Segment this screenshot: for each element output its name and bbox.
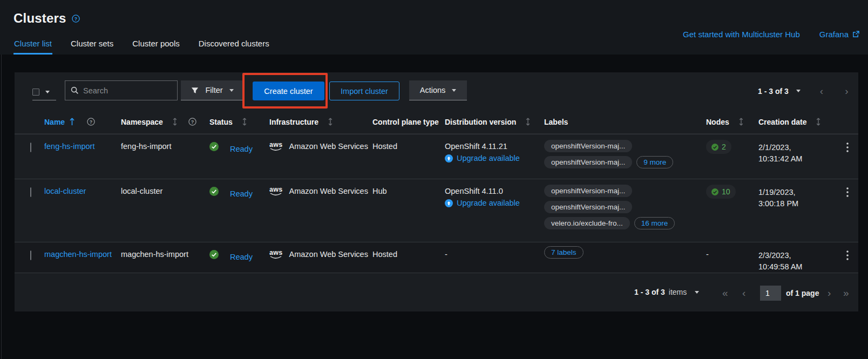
header-actions xyxy=(837,111,858,133)
header-status[interactable]: Status xyxy=(209,111,269,133)
sort-icon xyxy=(526,118,530,126)
aws-logo-icon: aws xyxy=(269,141,283,151)
last-page-button[interactable]: » xyxy=(843,288,849,298)
row-checkbox[interactable] xyxy=(30,187,31,197)
nodes-cell: - xyxy=(706,242,758,273)
chevron-down-icon xyxy=(695,291,699,294)
previous-page-button[interactable]: ‹ xyxy=(742,288,745,298)
grafana-link-label: Grafana xyxy=(819,30,849,39)
aws-logo-icon: aws xyxy=(269,186,283,196)
sort-ascending-icon xyxy=(70,118,74,126)
labels-overflow-button[interactable]: 16 more xyxy=(634,217,675,229)
svg-text:?: ? xyxy=(74,16,77,21)
grafana-link[interactable]: Grafana xyxy=(819,30,859,39)
top-pagination: 1 - 3 of 3 ‹ › xyxy=(758,86,848,96)
create-cluster-button[interactable]: Create cluster xyxy=(253,82,324,100)
status-cell: Ready xyxy=(209,179,269,242)
bulk-select-checkbox[interactable] xyxy=(32,89,39,96)
control-plane-cell: Hub xyxy=(372,179,445,242)
labels-cell: 7 labels xyxy=(544,242,706,273)
node-count: 10 xyxy=(722,187,730,196)
header-links: Get started with Multicluster Hub Grafan… xyxy=(683,30,859,39)
pagination-range: 1 - 3 of 3 xyxy=(758,87,789,96)
check-circle-icon xyxy=(209,187,219,196)
upgrade-available-link[interactable]: Upgrade available xyxy=(445,154,544,162)
first-page-button[interactable]: « xyxy=(722,288,728,298)
next-page-button[interactable]: › xyxy=(828,288,831,298)
search-icon xyxy=(71,86,79,94)
get-started-link[interactable]: Get started with Multicluster Hub xyxy=(683,30,800,39)
arrow-circle-up-icon xyxy=(445,199,453,207)
distribution-cell: OpenShift 4.11.21 Upgrade available xyxy=(445,134,544,179)
bulk-select-toggle[interactable] xyxy=(32,84,56,100)
filter-icon xyxy=(191,87,199,94)
kebab-menu-button[interactable] xyxy=(837,134,858,179)
bottom-pagination: 1 - 3 of 3 items « ‹ of 1 page › » xyxy=(15,273,858,311)
status-cell: Ready xyxy=(209,242,269,273)
header-infrastructure[interactable]: Infrastructure xyxy=(269,111,372,133)
node-count: 2 xyxy=(722,143,726,151)
row-checkbox[interactable] xyxy=(30,143,31,152)
header-namespace[interactable]: Namespace ? xyxy=(121,111,209,133)
cluster-name-link[interactable]: magchen-hs-import xyxy=(44,250,112,259)
distribution-version: OpenShift 4.11.0 xyxy=(445,187,544,195)
tab-cluster-sets[interactable]: Cluster sets xyxy=(70,37,114,55)
header-control-plane-type: Control plane type xyxy=(372,111,445,133)
tab-cluster-pools[interactable]: Cluster pools xyxy=(132,37,180,55)
infrastructure-label: Amazon Web Services xyxy=(289,187,368,195)
distribution-cell: OpenShift 4.11.0 Upgrade available xyxy=(445,179,544,242)
status-cell: Ready xyxy=(209,134,269,179)
next-page-button[interactable]: › xyxy=(845,86,848,96)
cluster-name-link[interactable]: feng-hs-import xyxy=(44,142,94,151)
kebab-menu-button[interactable] xyxy=(837,242,858,273)
status-link[interactable]: Ready xyxy=(230,253,253,261)
table-header-row: Name ? Namespace ? Status xyxy=(15,111,858,134)
table-row: feng-hs-import feng-hs-import Ready aws … xyxy=(15,134,858,179)
name-help-icon[interactable]: ? xyxy=(87,118,95,126)
check-circle-icon xyxy=(711,188,718,195)
tab-discovered-clusters[interactable]: Discovered clusters xyxy=(198,37,270,55)
previous-page-button[interactable]: ‹ xyxy=(820,86,823,96)
status-link[interactable]: Ready xyxy=(230,145,253,153)
page-count-label: of 1 page xyxy=(786,289,819,297)
chevron-down-icon[interactable] xyxy=(796,90,801,92)
control-plane-cell: Hosted xyxy=(372,134,445,179)
actions-label: Actions xyxy=(420,86,446,94)
sort-icon xyxy=(816,118,820,126)
header-creation-date[interactable]: Creation date xyxy=(758,111,837,133)
row-checkbox[interactable] xyxy=(30,250,31,260)
check-circle-icon xyxy=(209,250,219,259)
table-row: magchen-hs-import magchen-hs-import Read… xyxy=(15,242,858,273)
nodes-pill: 2 xyxy=(706,140,731,154)
tab-bar: Cluster list Cluster sets Cluster pools … xyxy=(13,37,270,55)
header-name[interactable]: Name ? xyxy=(44,111,121,133)
labels-overflow-button[interactable]: 9 more xyxy=(636,156,673,168)
header-distribution-version[interactable]: Distribution version xyxy=(445,111,544,133)
status-link[interactable]: Ready xyxy=(230,189,253,198)
label-chip: velero.io/exclude-fro... xyxy=(544,217,630,229)
header-nodes[interactable]: Nodes xyxy=(706,111,758,133)
infrastructure-label: Amazon Web Services xyxy=(289,142,368,151)
actions-dropdown[interactable]: Actions xyxy=(409,80,467,100)
aws-logo-icon: aws xyxy=(269,249,283,259)
cluster-name-link[interactable]: local-cluster xyxy=(44,187,86,195)
kebab-menu-button[interactable] xyxy=(837,179,858,242)
svg-text:?: ? xyxy=(90,119,92,125)
import-cluster-button[interactable]: Import cluster xyxy=(329,82,399,100)
labels-overflow-button[interactable]: 7 labels xyxy=(544,246,584,259)
tab-cluster-list[interactable]: Cluster list xyxy=(13,37,52,55)
page-number-input[interactable] xyxy=(760,286,781,301)
filter-label: Filter xyxy=(205,86,222,94)
namespace-cell: local-cluster xyxy=(121,179,209,242)
distribution-version: OpenShift 4.11.21 xyxy=(445,142,544,151)
page-help-icon[interactable]: ? xyxy=(72,15,80,23)
infrastructure-cell: aws Amazon Web Services xyxy=(269,134,372,179)
upgrade-available-link[interactable]: Upgrade available xyxy=(445,199,544,207)
filter-dropdown[interactable]: Filter xyxy=(181,80,244,100)
items-summary-dropdown[interactable]: 1 - 3 of 3 items xyxy=(634,288,699,296)
clusters-panel: Filter Create cluster Import cluster Act… xyxy=(15,72,858,311)
search-input[interactable] xyxy=(83,86,184,95)
creation-date-cell: 2/1/2023, 10:31:42 AM xyxy=(758,134,823,179)
header-labels: Labels xyxy=(544,111,706,133)
namespace-help-icon[interactable]: ? xyxy=(188,118,196,126)
